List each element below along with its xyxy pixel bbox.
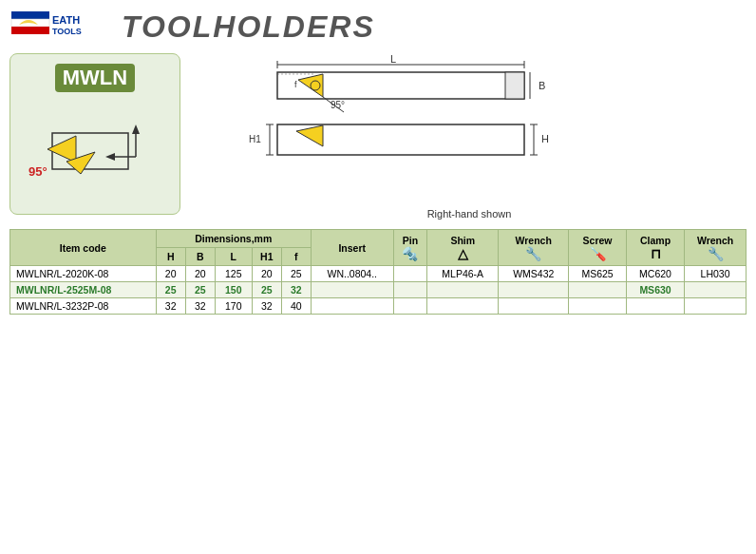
svg-text:TOOLS: TOOLS	[52, 27, 82, 36]
mwln-title: MWLN	[55, 64, 135, 92]
svg-text:95°: 95°	[28, 164, 47, 179]
th-H: H	[156, 248, 185, 266]
page-title: TOOLHOLDERS	[122, 10, 375, 45]
table-cell: 25	[185, 282, 215, 298]
screw-label: Screw	[583, 235, 613, 246]
th-wrench2: Wrench 🔧	[685, 230, 747, 266]
svg-text:EATH: EATH	[52, 14, 80, 26]
table-row: MWLNR/L-2525M-0825251502532MS630	[10, 282, 747, 298]
table-cell	[499, 282, 569, 298]
table-cell: 20	[252, 266, 281, 282]
th-item-code: Item code	[10, 230, 157, 266]
table-row: MWLNR/L-2020K-0820201252025WN..0804..MLP…	[10, 266, 747, 282]
pin-icon: 🔩	[398, 246, 424, 261]
table-cell: 32	[252, 298, 281, 315]
wrench1-icon: 🔧	[502, 246, 564, 261]
table-cell	[311, 298, 393, 315]
table-cell	[393, 298, 427, 315]
mwln-box: MWLN	[9, 53, 180, 215]
tool-diagram-container: L f B 95°	[192, 53, 747, 208]
table-row: MWLNR/L-3232P-0832321703240	[10, 298, 747, 315]
table-cell	[626, 298, 684, 315]
svg-text:B: B	[539, 80, 545, 91]
table-cell: 25	[156, 282, 185, 298]
svg-text:95°: 95°	[331, 100, 345, 110]
table-cell: 170	[215, 298, 252, 315]
table-wrapper: Item code Dimensions,mm Insert Pin 🔩 Shi…	[9, 229, 747, 315]
th-f: f	[281, 248, 311, 266]
th-pin: Pin 🔩	[393, 230, 427, 266]
table-cell: 25	[281, 266, 311, 282]
diagram-label: Right-hand shown	[192, 208, 747, 220]
tool-diagram-svg: L f B 95°	[192, 53, 562, 205]
table-cell	[311, 282, 393, 298]
table-cell: 25	[252, 282, 281, 298]
svg-text:f: f	[294, 80, 297, 89]
table-cell: MWLNR/L-2020K-08	[10, 266, 157, 282]
table-cell	[427, 298, 499, 315]
wrench1-label: Wrench	[516, 235, 552, 246]
table-cell: 150	[215, 282, 252, 298]
th-dimensions: Dimensions,mm	[156, 230, 311, 248]
right-panel: L f B 95°	[192, 53, 747, 225]
svg-text:L: L	[390, 53, 396, 65]
svg-marker-11	[105, 153, 115, 161]
table-cell: 125	[215, 266, 252, 282]
table-cell	[393, 282, 427, 298]
th-insert: Insert	[311, 230, 393, 266]
table-cell: 32	[281, 282, 311, 298]
header: EATH TOOLS TOOLHOLDERS	[9, 8, 747, 46]
table-body: MWLNR/L-2020K-0820201252025WN..0804..MLP…	[10, 266, 747, 315]
clamp-icon: ⊓	[631, 246, 680, 261]
th-shim: Shim △	[427, 230, 499, 266]
clamp-label: Clamp	[640, 235, 671, 246]
logo-area: EATH TOOLS	[9, 8, 104, 46]
th-H1: H1	[252, 248, 281, 266]
table-cell: MS625	[569, 266, 627, 282]
svg-marker-28	[296, 125, 323, 146]
table-cell: MWLNR/L-2525M-08	[10, 282, 157, 298]
content-area: MWLN	[9, 53, 747, 225]
table-cell	[427, 282, 499, 298]
mwln-tool-svg: 95°	[24, 100, 166, 204]
th-wrench1: Wrench 🔧	[499, 230, 569, 266]
table-cell: 40	[281, 298, 311, 315]
table-cell: MWLNR/L-3232P-08	[10, 298, 157, 315]
table-cell: WMS432	[499, 266, 569, 282]
th-screw: Screw 🪛	[569, 230, 627, 266]
table-cell: MC620	[626, 266, 684, 282]
table-cell: 32	[156, 298, 185, 315]
table-cell	[393, 266, 427, 282]
table-cell: 20	[185, 266, 215, 282]
table-cell: MLP46-A	[427, 266, 499, 282]
svg-text:H: H	[541, 133, 549, 144]
svg-rect-2	[11, 27, 49, 34]
wrench2-label: Wrench	[697, 235, 733, 246]
table-cell	[685, 298, 747, 315]
page: EATH TOOLS TOOLHOLDERS MWLN	[0, 0, 756, 554]
mwln-diagram: 95°	[20, 100, 170, 204]
th-clamp: Clamp ⊓	[626, 230, 684, 266]
table-cell	[569, 282, 627, 298]
table-cell: 20	[156, 266, 185, 282]
svg-rect-18	[505, 72, 524, 99]
svg-text:H1: H1	[249, 134, 261, 144]
shim-label: Shim	[450, 235, 475, 246]
th-B: B	[185, 248, 215, 266]
table-cell	[569, 298, 627, 315]
svg-rect-0	[11, 11, 49, 19]
screw-icon: 🪛	[573, 246, 622, 261]
table-cell	[499, 298, 569, 315]
svg-marker-9	[132, 124, 140, 134]
shim-icon: △	[431, 246, 494, 261]
pin-label: Pin	[403, 235, 418, 246]
table-cell: 32	[185, 298, 215, 315]
left-panel: MWLN	[9, 53, 180, 225]
th-L: L	[215, 248, 252, 266]
table-cell: LH030	[685, 266, 747, 282]
table-cell: MS630	[626, 282, 684, 298]
table-cell	[685, 282, 747, 298]
table-cell: WN..0804..	[311, 266, 393, 282]
specifications-table: Item code Dimensions,mm Insert Pin 🔩 Shi…	[9, 229, 747, 315]
wrench2-icon: 🔧	[689, 246, 742, 261]
